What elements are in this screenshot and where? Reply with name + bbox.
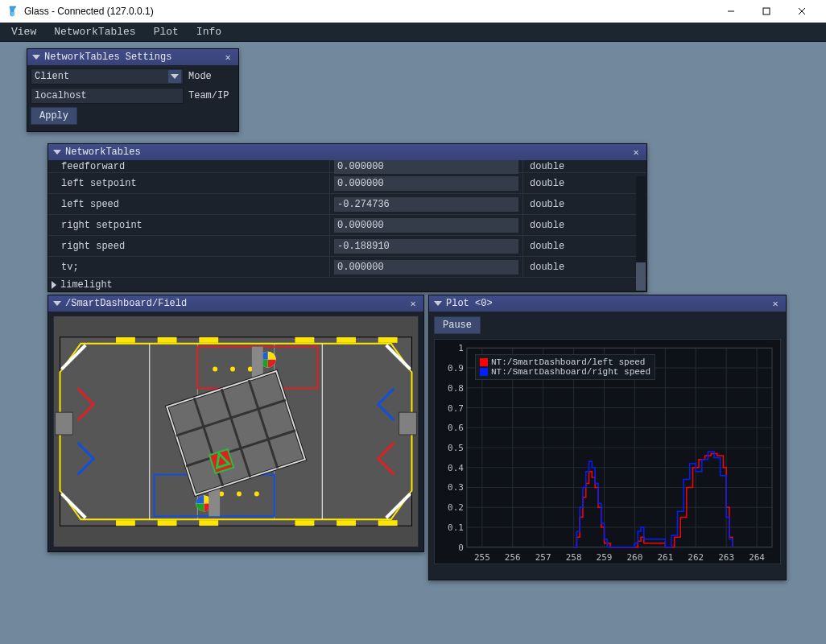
close-icon[interactable]: ✕ [407, 298, 419, 309]
value-field[interactable]: -0.188910 [334, 239, 518, 254]
value-field[interactable]: 0.000000 [334, 160, 518, 174]
svg-rect-13 [158, 337, 177, 343]
mode-label: Mode [188, 71, 212, 82]
minimize-button[interactable] [713, 0, 749, 23]
svg-text:260: 260 [627, 552, 643, 563]
close-icon[interactable]: ✕ [770, 298, 781, 309]
table-row: left setpoint 0.000000 double [48, 173, 646, 194]
panel-title-text: /SmartDashboard/Field [65, 298, 403, 309]
pause-button[interactable]: Pause [434, 316, 481, 334]
menubar: View NetworkTables Plot Info [0, 23, 826, 42]
svg-text:0.9: 0.9 [448, 363, 464, 374]
svg-text:0.8: 0.8 [448, 383, 464, 394]
team-ip-label: Team/IP [188, 90, 229, 101]
panel-titlebar[interactable]: NetworkTables ✕ [48, 144, 646, 160]
svg-text:0.5: 0.5 [448, 443, 464, 453]
table-row: feedforward 0.000000 double [48, 160, 646, 173]
nt-settings-panel[interactable]: NetworkTables Settings ✕ Client Mode loc… [27, 48, 239, 132]
workspace: NetworkTables Settings ✕ Client Mode loc… [0, 42, 826, 644]
panel-titlebar[interactable]: Plot <0> ✕ [429, 295, 786, 312]
value-field[interactable]: 0.000000 [334, 176, 518, 191]
svg-rect-12 [116, 337, 135, 343]
svg-rect-22 [337, 520, 356, 526]
svg-rect-34 [56, 412, 73, 435]
tree-item-limelight[interactable]: limelight [48, 278, 646, 291]
svg-rect-16 [337, 337, 356, 343]
svg-rect-14 [199, 337, 218, 343]
svg-rect-17 [378, 337, 398, 343]
svg-text:0.7: 0.7 [448, 403, 464, 414]
svg-text:263: 263 [718, 552, 734, 563]
svg-text:0.4: 0.4 [448, 463, 464, 473]
menu-networktables[interactable]: NetworkTables [46, 24, 143, 39]
field-visualization[interactable] [53, 316, 419, 547]
svg-text:259: 259 [597, 552, 613, 563]
team-ip-input[interactable]: localhost [31, 88, 184, 104]
svg-text:0.2: 0.2 [448, 502, 464, 513]
panel-title-text: NetworkTables [65, 147, 626, 158]
svg-rect-21 [295, 520, 314, 526]
svg-point-29 [254, 491, 259, 496]
close-icon[interactable]: ✕ [630, 147, 642, 158]
svg-text:255: 255 [474, 552, 490, 563]
panel-titlebar[interactable]: NetworkTables Settings ✕ [27, 49, 238, 65]
plot-area[interactable]: 00.10.20.30.40.50.60.70.80.9125525625725… [434, 339, 781, 564]
scrollbar-thumb[interactable] [636, 262, 646, 291]
window-titlebar: Glass - Connected (127.0.0.1) [0, 0, 826, 23]
svg-text:0: 0 [458, 543, 464, 553]
close-icon[interactable]: ✕ [222, 52, 233, 63]
plot-panel[interactable]: Plot <0> ✕ Pause 00.10.20.30.40.50.60.70… [428, 295, 787, 580]
svg-text:256: 256 [505, 552, 521, 563]
value-field[interactable]: 0.000000 [334, 260, 518, 275]
panel-titlebar[interactable]: /SmartDashboard/Field ✕ [48, 295, 423, 312]
menu-plot[interactable]: Plot [146, 24, 187, 39]
svg-text:258: 258 [566, 552, 582, 563]
collapse-icon[interactable] [53, 150, 61, 155]
svg-rect-35 [399, 412, 417, 435]
table-row: right setpoint 0.000000 double [48, 215, 646, 236]
svg-point-24 [213, 367, 217, 372]
app-icon [6, 5, 19, 18]
legend-swatch-red [480, 358, 488, 366]
svg-text:261: 261 [657, 552, 673, 563]
svg-text:262: 262 [688, 552, 704, 563]
table-row: left speed -0.274736 double [48, 194, 646, 215]
menu-view[interactable]: View [3, 24, 44, 39]
maximize-button[interactable] [749, 0, 784, 23]
svg-text:257: 257 [535, 552, 551, 563]
table-row: tv; 0.000000 double [48, 257, 646, 278]
svg-text:0.1: 0.1 [448, 522, 464, 533]
table-row: right speed -0.188910 double [48, 236, 646, 257]
field-panel[interactable]: /SmartDashboard/Field ✕ [47, 295, 424, 552]
collapse-icon[interactable] [32, 55, 40, 60]
window-title: Glass - Connected (127.0.0.1) [24, 6, 713, 17]
plot-legend[interactable]: NT:/SmartDashboard/left speed NT:/SmartD… [475, 354, 655, 380]
svg-rect-19 [158, 520, 177, 526]
collapse-icon[interactable] [434, 301, 442, 306]
collapse-icon[interactable] [53, 301, 61, 306]
svg-rect-15 [295, 337, 314, 343]
chevron-down-icon [168, 70, 181, 83]
svg-rect-18 [116, 520, 135, 526]
svg-rect-1 [763, 8, 770, 14]
scrollbar[interactable] [636, 176, 646, 291]
menu-info[interactable]: Info [188, 24, 229, 39]
value-field[interactable]: 0.000000 [334, 218, 518, 233]
close-button[interactable] [784, 0, 820, 23]
svg-rect-20 [199, 520, 218, 526]
svg-text:264: 264 [749, 552, 765, 563]
svg-point-28 [237, 491, 242, 496]
panel-title-text: NetworkTables Settings [44, 52, 218, 63]
svg-text:0.3: 0.3 [448, 482, 464, 493]
panel-title-text: Plot <0> [446, 298, 766, 309]
mode-value: Client [35, 71, 69, 82]
value-field[interactable]: -0.274736 [334, 197, 518, 212]
legend-swatch-blue [480, 368, 488, 376]
apply-button[interactable]: Apply [31, 107, 77, 125]
chevron-right-icon [52, 281, 56, 289]
nt-panel[interactable]: NetworkTables ✕ feedforward 0.000000 dou… [47, 143, 647, 292]
svg-point-25 [230, 367, 235, 372]
svg-text:0.6: 0.6 [448, 423, 464, 433]
svg-rect-23 [378, 520, 398, 526]
mode-combo[interactable]: Client [31, 68, 184, 85]
